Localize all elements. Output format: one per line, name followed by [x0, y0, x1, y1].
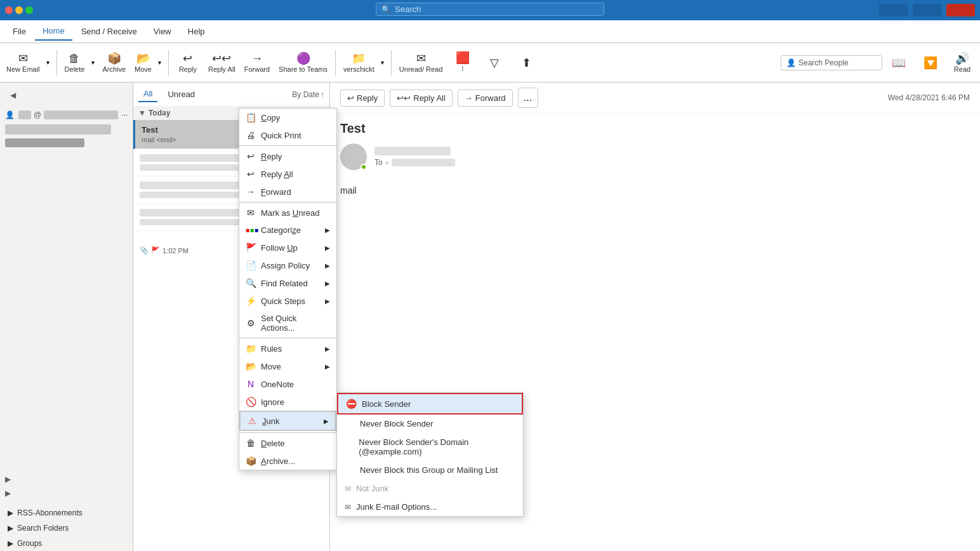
reading-more-btn[interactable]: ... — [518, 88, 538, 108]
sidebar-item-groups[interactable]: ▶ Groups — [0, 536, 133, 551]
folder-button[interactable]: 📁 verschickt — [340, 45, 378, 81]
not-junk-icon: ✉ — [345, 484, 351, 493]
attachment-icon: 📎 — [140, 246, 149, 255]
submenu-never-block-group[interactable]: Never Block this Group or Mailing List — [337, 461, 523, 479]
reply-button[interactable]: ↩ Reply — [173, 45, 203, 81]
ctx-follow-up[interactable]: 🚩 Follow Up ▶ — [239, 239, 336, 256]
search-people-input[interactable]: 👤 Search People — [781, 55, 882, 70]
address-book-button[interactable]: 📖 — [884, 45, 914, 81]
folder-bar-1 — [5, 124, 111, 135]
divider-2 — [168, 50, 169, 76]
ctx-delete-icon: 🗑 — [246, 438, 256, 448]
ctx-quick-steps[interactable]: ⚡ Quick Steps ▶ — [239, 292, 336, 310]
ctx-divider-2 — [239, 202, 336, 202]
folder-icon: 📁 — [352, 53, 366, 64]
set-quick-actions-icon: ⚙ — [246, 318, 256, 328]
sort-options-button[interactable]: ⬆ — [511, 45, 541, 81]
minimize-btn[interactable] — [879, 4, 908, 17]
folder-split: 📁 verschickt ▾ — [340, 45, 387, 81]
reading-reply-all-btn[interactable]: ↩↩ Reply All — [390, 90, 453, 107]
unread-read-button[interactable]: ✉ Unread/ Read — [395, 45, 447, 81]
ctx-move[interactable]: 📂 Move ▶ — [239, 357, 336, 375]
maximize-window-btn[interactable] — [25, 6, 33, 14]
email-meta: To ○ — [374, 147, 455, 167]
ctx-delete[interactable]: 🗑 Delete — [239, 434, 336, 452]
close-btn[interactable] — [946, 4, 975, 17]
submenu-junk-email-options[interactable]: ✉ Junk E-mail Options... — [337, 498, 523, 516]
ctx-reply-all[interactable]: ↩ Reply All — [239, 165, 336, 183]
minimize-window-btn[interactable] — [15, 6, 23, 14]
close-window-btn[interactable] — [5, 6, 13, 14]
tab-home[interactable]: Home — [35, 22, 72, 41]
to-indicator-icon: ○ — [385, 159, 389, 166]
search-folders-icon: ▶ — [8, 524, 13, 533]
reading-toolbar: ↩ Reply ↩↩ Reply All → Forward ... Wed 4… — [330, 83, 980, 114]
delete-button[interactable]: 🗑 Delete — [61, 45, 89, 81]
email-header: To ○ — [330, 138, 980, 175]
ctx-forward-icon: → — [246, 187, 256, 197]
reading-forward-btn[interactable]: → Forward — [458, 90, 513, 107]
tab-send-receive[interactable]: Send / Receive — [74, 23, 145, 40]
ctx-archive[interactable]: 📦 Archive... — [239, 452, 336, 470]
search-icon: 🔍 — [381, 5, 391, 14]
new-email-button[interactable]: ✉ New Email — [3, 45, 44, 81]
block-sender-icon: ⛔ — [346, 399, 357, 409]
left-sidebar: ◀ 👤 @ ··· ▶ ▶ ▶ RSS-Abo — [0, 83, 133, 551]
rules-arrow-icon: ▶ — [325, 345, 330, 352]
share-to-teams-button[interactable]: 🟣 Share to Teams — [275, 45, 331, 81]
ctx-quick-print[interactable]: 🖨 Quick Print — [239, 126, 336, 144]
ctx-find-related[interactable]: 🔍 Find Related ▶ — [239, 274, 336, 292]
ctx-onenote[interactable]: N OneNote — [239, 375, 336, 393]
recipient-name-bar — [392, 159, 455, 166]
ctx-rules[interactable]: 📁 Rules ▶ — [239, 340, 336, 357]
quick-steps-arrow-icon: ▶ — [325, 298, 330, 305]
filter-button[interactable]: ▽ — [479, 45, 510, 81]
tab-file[interactable]: File — [5, 23, 34, 40]
ctx-reply[interactable]: ↩ Reply — [239, 147, 336, 165]
sidebar-item-search-folders[interactable]: ▶ Search Folders — [0, 521, 133, 536]
rss-icon: ▶ — [8, 508, 13, 517]
submenu-never-block-sender[interactable]: Never Block Sender — [337, 415, 523, 433]
filter-unread-tab[interactable]: Unread — [162, 87, 200, 102]
reading-reply-btn[interactable]: ↩ Reply — [340, 90, 385, 107]
ctx-categorize[interactable]: ■■■ Categorize ▶ — [239, 222, 336, 239]
sidebar-collapse-btn[interactable]: ◀ — [5, 88, 20, 103]
tab-view[interactable]: View — [146, 23, 179, 40]
categories-button[interactable]: 🟥 ⁞ — [447, 45, 478, 81]
ctx-assign-policy[interactable]: 📄 Assign Policy ▶ — [239, 256, 336, 274]
move-button[interactable]: 📂 Move — [131, 45, 156, 81]
junk-arrow-icon: ▶ — [324, 418, 329, 425]
read-aloud-button[interactable]: 🔊 Read — [947, 45, 977, 81]
ctx-forward[interactable]: → Forward — [239, 183, 336, 201]
ctx-junk[interactable]: ⚠ Junk ▶ — [239, 411, 336, 431]
new-email-dropdown[interactable]: ▾ — [44, 45, 53, 81]
submenu-block-sender[interactable]: ⛔ Block Sender — [337, 393, 523, 415]
tab-help[interactable]: Help — [180, 23, 213, 40]
move-icon: 📂 — [136, 53, 150, 64]
restore-btn[interactable] — [913, 4, 941, 17]
ctx-move-icon: 📂 — [246, 361, 256, 371]
forward-button[interactable]: → Forward — [241, 45, 274, 81]
sidebar-item-rss[interactable]: ▶ RSS-Abonnements — [0, 505, 133, 521]
delete-dropdown[interactable]: ▾ — [88, 45, 97, 81]
ctx-divider-4 — [239, 432, 336, 433]
title-search-box[interactable]: 🔍 Search — [376, 3, 604, 16]
filter-all-tab[interactable]: All — [138, 86, 157, 102]
ctx-mark-unread[interactable]: ✉ Mark as Unread — [239, 204, 336, 222]
categories-icon: 🟥 — [456, 52, 470, 63]
move-dropdown[interactable]: ▾ — [156, 45, 164, 81]
archive-button[interactable]: 📦 Archive — [98, 45, 129, 81]
sidebar-expand-1[interactable]: ▶ — [0, 472, 133, 486]
account-more-btn[interactable]: ··· — [122, 111, 128, 119]
sidebar-expand-2[interactable]: ▶ — [0, 486, 133, 500]
ctx-ignore[interactable]: 🚫 Ignore — [239, 393, 336, 411]
reply-all-button[interactable]: ↩↩ Reply All — [204, 45, 239, 81]
filter-email-button[interactable]: 🔽 — [915, 45, 946, 81]
submenu-never-block-domain[interactable]: Never Block Sender's Domain (@example.co… — [337, 433, 523, 461]
ctx-copy[interactable]: 📋 Copy — [239, 109, 336, 126]
sort-button[interactable]: By Date ↑ — [292, 90, 324, 99]
junk-icon: ⚠ — [247, 416, 257, 426]
reading-reply-all-icon: ↩↩ — [397, 93, 411, 103]
ctx-set-quick-actions[interactable]: ⚙ Set Quick Actions... — [239, 310, 336, 336]
folder-dropdown[interactable]: ▾ — [378, 45, 387, 81]
